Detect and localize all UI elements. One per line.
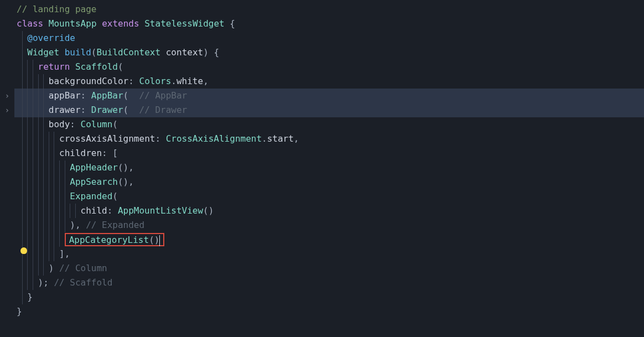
code-line: body: Column( bbox=[14, 117, 644, 132]
code-area[interactable]: // landing page class MountsApp extends … bbox=[14, 2, 644, 319]
fold-arrow[interactable]: › bbox=[0, 103, 14, 117]
code-line: ), // Expanded bbox=[14, 218, 644, 232]
code-line: } bbox=[14, 304, 644, 319]
code-line: @override bbox=[14, 31, 644, 45]
code-line: AppHeader(), bbox=[14, 160, 644, 175]
code-line: ) // Column bbox=[14, 261, 644, 276]
code-line: Expanded( bbox=[14, 189, 644, 204]
code-line: crossAxisAlignment: CrossAxisAlignment.s… bbox=[14, 132, 644, 146]
code-line: class MountsApp extends StatelessWidget … bbox=[14, 17, 644, 31]
code-line: drawer: Drawer( // Drawer bbox=[14, 103, 644, 117]
code-line: // landing page bbox=[14, 2, 644, 17]
code-line: AppSearch(), bbox=[14, 175, 644, 189]
fold-gutter: › › bbox=[0, 2, 14, 117]
code-line: Widget build(BuildContext context) { bbox=[14, 45, 644, 60]
code-line: ); // Scaffold bbox=[14, 276, 644, 290]
code-line: ], bbox=[14, 247, 644, 261]
code-editor[interactable]: › › // landing page class MountsApp exte… bbox=[0, 0, 644, 319]
code-line: } bbox=[14, 290, 644, 304]
code-line: AppCategoryList() bbox=[14, 232, 644, 247]
fold-arrow[interactable]: › bbox=[0, 89, 14, 103]
code-line: backgroundColor: Colors.white, bbox=[14, 74, 644, 89]
code-line: appBar: AppBar( // AppBar bbox=[14, 89, 644, 103]
lightbulb-icon[interactable] bbox=[17, 243, 31, 258]
highlighted-code: AppCategoryList() bbox=[65, 233, 165, 246]
code-line: child: AppMountListView() bbox=[14, 204, 644, 218]
code-line: children: [ bbox=[14, 146, 644, 160]
code-line: return Scaffold( bbox=[14, 60, 644, 74]
